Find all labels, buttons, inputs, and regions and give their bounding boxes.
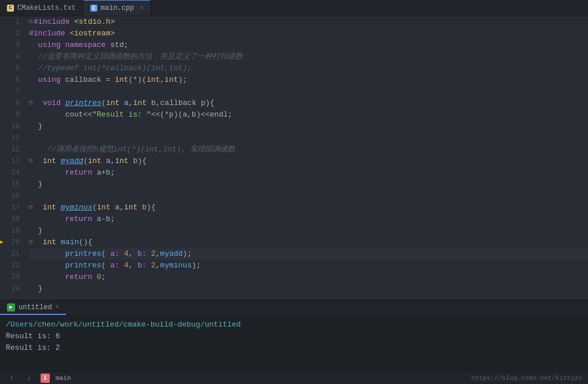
panel-tab-close[interactable]: × [56,304,59,310]
cmake-tab-label: CMakeLists.txt [17,4,76,12]
tab-cmake[interactable]: C CMakeLists.txt [0,0,83,16]
panel-tab-label: untitled [19,303,52,311]
cpp-tab-icon: C [90,5,97,12]
fold-indicator-20[interactable]: ⊟ [29,237,32,248]
code-line-17: ⊟ int myminus(int a,int b){ [29,202,588,213]
arrow-up[interactable]: ↑ [6,372,17,384]
status-left: ↑ ↓ i main [6,372,71,384]
line-number-16: 16 [0,190,20,202]
code-line-1: ⊟#include <stdio.h> [29,16,588,28]
cpp-tab-label: main.cpp [101,4,134,12]
debug-indicator: i [41,374,50,383]
code-line-3: using namespace std; [29,39,588,51]
editor-area: 12345678910111213141516171819▶2021222324… [0,16,588,300]
line-number-6: 6 [0,74,20,86]
code-line-14: return a+b; [29,167,588,179]
code-line-23: return 0; [29,271,588,283]
line-number-11: 11 [0,132,20,144]
code-line-7 [29,86,588,97]
line-number-9: 9 [0,109,20,121]
code-line-8: ⊟ void printres(int a,int b,callback p){ [29,97,588,109]
fold-indicator-8[interactable]: ⊟ [29,97,32,109]
terminal-tab-icon: ▶ [7,303,15,311]
code-content[interactable]: ⊟#include <stdio.h>#include <iostream> u… [24,16,588,300]
terminal-content[interactable]: /Users/chen/work/untitled/cmake-build-de… [0,316,588,371]
code-line-9: cout<<"Result is: "<<(*p)(a,b)<<endl; [29,109,588,121]
line-number-10: 10 [0,121,20,132]
code-line-24: } [29,283,588,295]
status-bar: ↑ ↓ i main https://blog.csdn.net/kittyzc [0,371,588,384]
watermark: https://blog.csdn.net/kittyzc [472,375,582,382]
code-line-15: } [29,179,588,190]
code-line-4: //这里有两种定义回调函数的方法，并且定义了一种打印函数 [29,51,588,63]
line-number-20: ▶20 [0,237,20,248]
code-line-19: } [29,225,588,237]
line-number-13: 13 [0,155,20,167]
fold-indicator-13[interactable]: ⊟ [29,155,32,167]
code-line-11 [29,132,588,144]
line-number-15: 15 [0,179,20,190]
line-number-12: 12 [0,144,20,155]
line-number-23: 23 [0,271,20,283]
code-line-12: //调用者按照h规范int(*)(int,int), 实现回调函数 [29,144,588,155]
bottom-panel: ▶ untitled × /Users/chen/work/untitled/c… [0,300,588,371]
code-line-2: #include <iostream> [29,28,588,39]
line-number-7: 7 [0,86,20,97]
terminal-line-1: Result is: 6 [6,331,582,342]
fold-indicator-17[interactable]: ⊟ [29,202,32,213]
line-number-17: 17 [0,202,20,213]
line-number-14: 14 [0,167,20,179]
code-line-13: ⊟ int myadd(int a,int b){ [29,155,588,167]
line-number-2: 2 [0,28,20,39]
code-line-6: using callback = int(*)(int,int); [29,74,588,86]
arrow-down[interactable]: ↓ [23,372,35,384]
debug-label: main [56,375,71,382]
line-number-19: 19 [0,225,20,237]
fold-indicator-1[interactable]: ⊟ [29,16,32,28]
line-number-5: 5 [0,63,20,74]
code-line-21: printres( a: 4, b: 2,myadd); [29,248,588,260]
panel-tab-bar: ▶ untitled × [0,300,588,316]
line-number-1: 1 [0,16,20,28]
line-number-24: 24 [0,283,20,295]
code-line-5: //typedef int(*callback)(int,int); [29,63,588,74]
code-line-22: printres( a: 4, b: 2,myminus); [29,260,588,271]
tab-bar: C CMakeLists.txt C main.cpp × [0,0,588,16]
line-number-18: 18 [0,213,20,225]
terminal-line-0: /Users/chen/work/untitled/cmake-build-de… [6,319,582,331]
line-numbers: 12345678910111213141516171819▶2021222324 [0,16,24,300]
status-right: https://blog.csdn.net/kittyzc [472,375,582,382]
code-line-10: } [29,121,588,132]
code-line-16 [29,190,588,202]
terminal-line-2: Result is: 2 [6,342,582,354]
line-number-22: 22 [0,260,20,271]
code-line-18: return a-b; [29,213,588,225]
tab-close-icon[interactable]: × [140,5,143,12]
line-number-21: 21 [0,248,20,260]
cmake-tab-icon: C [7,5,14,12]
panel-tab-untitled[interactable]: ▶ untitled × [0,300,66,315]
code-line-20: ⊟ int main(){ [29,237,588,248]
line-number-8: 8 [0,97,20,109]
tab-main-cpp[interactable]: C main.cpp × [83,0,151,16]
line-number-3: 3 [0,39,20,51]
line-number-4: 4 [0,51,20,63]
